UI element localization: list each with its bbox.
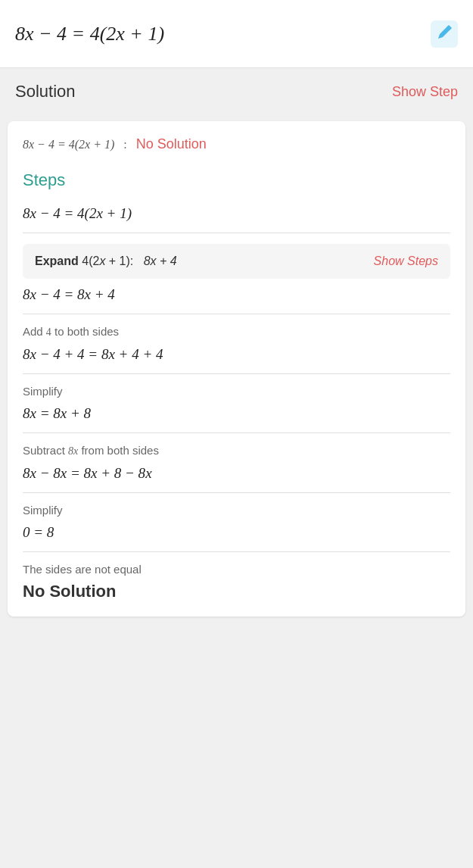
show-step-button[interactable]: Show Step [392, 84, 458, 100]
solution-header: Solution Show Step [0, 68, 473, 115]
equation-bar: 8x − 4 = 4(2x + 1) [0, 0, 473, 68]
divider-0 [23, 233, 450, 233]
colon-separator: : [123, 138, 126, 151]
equation-display: 8x − 4 = 4(2x + 1) [15, 23, 164, 45]
steps-title: Steps [23, 170, 450, 190]
divider-3 [23, 432, 450, 433]
no-solution-badge: No Solution [136, 136, 207, 152]
divider-2 [23, 373, 450, 374]
step3-equation: 8x = 8x + 8 [23, 405, 450, 422]
step4-equation: 8x − 8x = 8x + 8 − 8x [23, 465, 450, 482]
expand-label: Expand 4(2x + 1): 8x + 4 [35, 254, 177, 268]
divider-1 [23, 314, 450, 314]
step1-equation: 8x − 4 = 8x + 4 [23, 286, 450, 303]
equation-summary: 8x − 4 = 4(2x + 1) [23, 138, 114, 151]
final-no-solution-label: No Solution [23, 582, 450, 601]
step5-note: Simplify [23, 504, 450, 517]
divider-5 [23, 551, 450, 552]
divider-4 [23, 492, 450, 493]
expand-box: Expand 4(2x + 1): 8x + 4 Show Steps [23, 244, 450, 279]
step3-note: Simplify [23, 385, 450, 398]
solution-title: Solution [15, 82, 76, 101]
edit-button[interactable] [431, 20, 458, 48]
solution-card: 8x − 4 = 4(2x + 1) : No Solution Steps 8… [8, 121, 465, 617]
step2-equation: 8x − 4 + 4 = 8x + 4 + 4 [23, 346, 450, 363]
step4-note: Subtract 8x from both sides [23, 444, 450, 457]
step6-note: The sides are not equal [23, 563, 450, 576]
step0-equation: 8x − 4 = 4(2x + 1) [23, 205, 450, 222]
step5-equation: 0 = 8 [23, 524, 450, 541]
step2-note: Add 4 to both sides [23, 325, 450, 339]
equation-result-line: 8x − 4 = 4(2x + 1) : No Solution [23, 136, 450, 152]
expand-show-steps[interactable]: Show Steps [374, 254, 438, 268]
